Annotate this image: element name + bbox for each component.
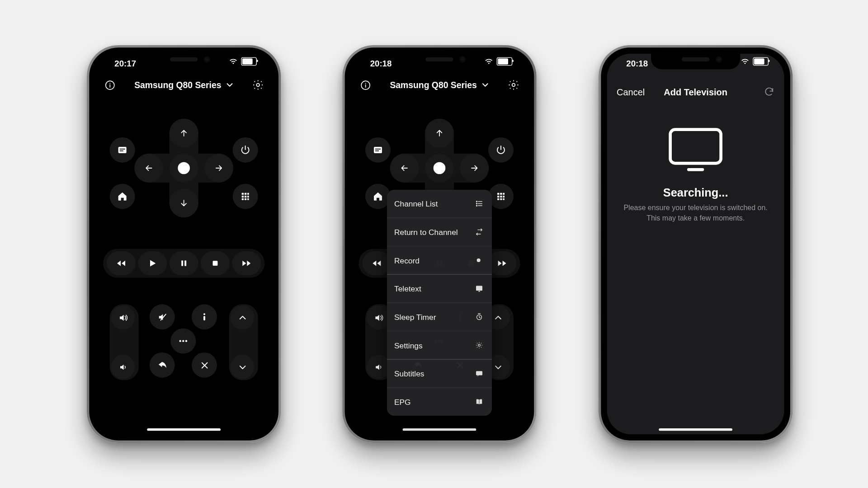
menu-item-label: Record [394,256,420,265]
channel-up-button[interactable] [230,305,254,329]
dpad-right-button[interactable] [204,154,233,183]
device-dropdown[interactable]: Samsung Q80 Series [134,80,233,89]
svg-point-25 [512,84,515,87]
wifi-icon [740,58,750,65]
home-button[interactable] [110,184,135,209]
ok-dot-icon [178,162,190,174]
svg-point-22 [185,340,187,342]
svg-rect-32 [497,196,499,197]
stop-button[interactable] [201,251,230,275]
device-dropdown[interactable]: Samsung Q80 Series [390,80,489,89]
menu-item-record[interactable]: Record [387,246,492,275]
more-button[interactable] [170,328,196,354]
fast-forward-button[interactable] [232,251,261,275]
menu-item-label: Sleep Timer [394,312,436,321]
svg-rect-9 [242,196,244,197]
back-button[interactable] [150,352,175,378]
power-button[interactable] [233,137,258,163]
phone-1: 20:17 Samsung Q80 Series [87,45,281,443]
gear-icon[interactable] [251,78,265,92]
timer-icon [475,313,485,321]
gear-icon[interactable] [506,78,521,92]
svg-rect-27 [375,149,381,150]
volume-rocker [110,304,139,380]
svg-rect-16 [184,260,186,266]
apps-icon [241,192,250,201]
pause-icon [179,259,188,267]
menu-item-return-to-channel[interactable]: Return to Channel [387,218,492,247]
fast-forward-icon [241,258,252,269]
device-name: Samsung Q80 Series [134,80,221,89]
menu-item-epg[interactable]: EPG [387,388,492,416]
menu-item-sleep-timer[interactable]: Sleep Timer [387,303,492,332]
menu-item-label: Teletext [394,284,421,293]
svg-rect-30 [500,193,502,195]
header: Samsung Q80 Series [95,74,273,97]
stop-icon [211,259,220,267]
menu-item-teletext[interactable]: Teletext [387,275,492,303]
info-icon[interactable] [103,78,117,92]
apps-button[interactable] [488,184,514,209]
volume-up-icon [118,312,128,323]
exit-button[interactable] [192,352,217,378]
chevron-down-icon [238,362,247,371]
status-time: 20:17 [114,58,136,68]
svg-point-47 [476,203,477,204]
dpad-ok-button[interactable] [425,154,454,183]
chevron-down-icon [481,81,489,89]
svg-rect-15 [181,260,183,266]
svg-rect-26 [374,147,382,153]
dpad-left-button[interactable] [134,154,163,183]
dpad-up-button[interactable] [170,119,198,148]
power-icon [495,145,506,155]
home-indicator [403,428,476,431]
info-icon[interactable] [358,78,373,92]
dpad-up-button[interactable] [425,119,454,148]
refresh-icon [764,86,774,97]
battery-icon [497,57,513,66]
modal-header: Cancel Add Television [607,80,784,103]
status-time: 20:18 [370,58,392,68]
info-letter-icon [199,311,210,322]
modal-title: Add Television [664,86,727,97]
play-button[interactable] [138,251,167,275]
volume-down-icon [118,362,127,371]
svg-rect-6 [242,193,244,195]
svg-point-24 [365,83,366,84]
status-time: 20:18 [626,58,648,68]
menu-item-label: Return to Channel [394,227,458,236]
phone-2: 20:18 Samsung Q80 Series [342,45,536,443]
refresh-button[interactable] [764,86,774,97]
info-button[interactable] [192,304,217,329]
rewind-button[interactable] [107,251,136,275]
cancel-button[interactable]: Cancel [617,86,645,97]
home-icon [373,191,383,202]
svg-rect-4 [120,149,125,150]
searching-hint: Please ensure your television is switche… [623,203,768,223]
list-icon [475,199,485,208]
close-icon [200,361,209,370]
fast-forward-button[interactable] [488,251,517,275]
svg-point-52 [478,344,481,347]
menu-item-channel-list[interactable]: Channel List [387,190,492,218]
menu-item-subtitles[interactable]: Subtitles [387,360,492,388]
wifi-icon [228,58,238,65]
apps-button[interactable] [233,184,258,209]
dpad-down-button[interactable] [170,188,198,217]
guide-button[interactable] [110,137,135,163]
svg-rect-3 [118,147,127,153]
svg-rect-19 [203,316,205,320]
volume-down-button[interactable] [111,355,135,379]
pause-button[interactable] [170,251,198,275]
channel-down-button[interactable] [230,355,254,379]
mute-button[interactable] [150,304,175,329]
dpad-ok-button[interactable] [170,154,198,183]
dpad-right-button[interactable] [460,154,489,183]
guide-button[interactable] [365,137,391,163]
dpad-left-button[interactable] [390,154,419,183]
volume-up-button[interactable] [111,305,135,329]
menu-item-settings[interactable]: Settings [387,331,492,360]
svg-rect-14 [247,198,249,200]
battery-icon [753,57,769,66]
power-button[interactable] [488,137,514,163]
